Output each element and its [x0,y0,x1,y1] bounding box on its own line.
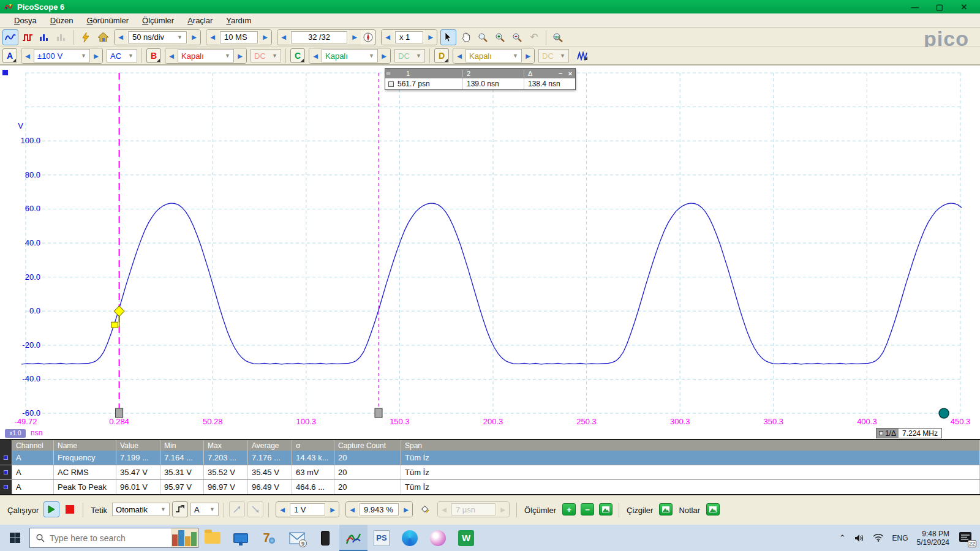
language-indicator[interactable]: ENG [892,534,908,542]
zoom-value-box[interactable]: x 1 [395,31,423,43]
meas-header-0[interactable]: Channel [12,440,54,451]
taskbar-7zip-icon[interactable]: 7 [255,525,283,551]
taskbar-picoscope-icon[interactable] [339,525,368,551]
persistence-view-icon[interactable] [20,29,36,45]
minimize-icon[interactable]: — [903,1,927,12]
meas-header-1[interactable]: Name [54,440,116,451]
channel-b-range-select[interactable]: Kapalı▼ [178,49,234,62]
zoom-in-icon[interactable] [492,29,508,45]
samples-next-icon[interactable]: ▶ [259,30,271,45]
advanced-trigger-icon[interactable] [172,501,188,517]
ruler-handle-checkbox[interactable] [388,81,394,87]
menu-item-1[interactable]: Düzen [43,15,80,26]
timebase-select[interactable]: 50 ns/div ▼ [128,31,187,43]
taskbar-clock[interactable]: 9:48 PM 5/19/2024 [917,530,949,547]
maximize-icon[interactable]: ▢ [927,1,952,12]
channel-a-button[interactable]: A [2,48,17,63]
tray-chevron-icon[interactable]: ⌃ [839,533,846,542]
wifi-icon[interactable] [873,534,884,542]
measurement-row-2[interactable]: APeak To Peak96.01 V95.97 V96.97 V96.49 … [0,480,980,495]
zoom-prev-icon[interactable]: ◀ [382,30,394,45]
buffer-next-icon[interactable]: ▶ [349,30,361,45]
meas-header-6[interactable]: σ [292,440,334,451]
trigger-mode-select[interactable]: Otomatik▼ [112,503,170,516]
channel-b-range-prev-icon[interactable]: ◀ [165,48,178,63]
meas-header-4[interactable]: Max [204,440,248,451]
taskbar-mail-icon[interactable]: 9 [283,525,311,551]
menu-item-2[interactable]: Görünümler [80,15,135,26]
taskbar-paintnet-icon[interactable]: PS [368,525,396,551]
scope-view-icon[interactable] [2,29,18,45]
trigger-level-up-icon[interactable]: ▶ [326,502,339,517]
stop-capture-button[interactable] [62,501,78,517]
trigger-flag[interactable] [111,322,118,328]
taskbar-edge-icon[interactable] [396,525,424,551]
menu-item-5[interactable]: Yardım [219,15,258,26]
add-measurement-button[interactable]: + [562,503,576,515]
pan-tool-icon[interactable] [458,29,473,45]
zoom-100-icon[interactable]: 100 [550,29,566,45]
search-input[interactable] [50,533,148,543]
edit-measurement-button[interactable] [599,503,612,515]
menu-item-0[interactable]: Dosya [7,15,43,26]
taskbar-file-explorer-icon[interactable] [198,525,227,551]
home-icon[interactable] [95,29,111,45]
auto-setup-icon[interactable] [78,29,94,45]
menu-item-4[interactable]: Araçlar [181,15,219,26]
remove-measurement-button[interactable]: − [581,503,594,515]
meas-header-3[interactable]: Min [160,440,204,451]
start-button[interactable] [0,525,29,551]
freq-box-checkbox[interactable] [879,431,883,435]
ruler-panel-minimize-icon[interactable]: − [556,70,565,77]
capture-end-marker[interactable] [939,408,949,418]
taskbar-display-icon[interactable] [227,525,255,551]
close-icon[interactable]: ✕ [952,1,976,12]
meas-header-2[interactable]: Value [116,440,160,451]
spectrum-view-icon[interactable] [37,29,53,45]
buffer-prev-icon[interactable]: ◀ [277,30,290,45]
channel-b-button[interactable]: B [146,48,161,63]
taskbar-phone-icon[interactable] [311,525,339,551]
channel-d-range-next-icon[interactable]: ▶ [522,48,534,63]
trigger-percent-box[interactable]: 9.943 % [360,503,399,515]
channel-a-range-select[interactable]: ±100 V▼ [34,49,90,62]
ruler-panel-close-icon[interactable]: × [565,70,575,77]
channel-d-range-prev-icon[interactable]: ◀ [453,48,466,63]
ruler-handle-1[interactable] [116,408,123,418]
volume-icon[interactable] [854,534,864,542]
taskbar-paint-icon[interactable] [424,525,452,551]
buffer-navigator-icon[interactable] [361,31,375,44]
measurement-row-0[interactable]: AFrequency7.199 ...7.164 ...7.203 ...7.1… [0,451,980,465]
trigger-marker-diamond[interactable] [114,306,124,317]
samples-select[interactable]: 10 MS [220,31,258,43]
marquee-zoom-icon[interactable] [475,29,491,45]
trigger-level-down-icon[interactable]: ◀ [276,502,288,517]
channel-c-button[interactable]: C [290,48,305,63]
channel-d-range-select[interactable]: Kapalı▼ [466,49,522,62]
measurement-row-1[interactable]: AAC RMS35.47 V35.31 V35.52 V35.45 V63 mV… [0,465,980,480]
timebase-next-icon[interactable]: ▶ [188,30,200,45]
awg-icon[interactable] [575,48,590,64]
rulers-button[interactable] [659,503,673,515]
zoom-out-icon[interactable] [509,29,525,45]
menu-item-3[interactable]: Ölçümler [135,15,181,26]
trigger-source-select[interactable]: A▼ [190,503,219,516]
ruler-handle-2[interactable] [375,408,382,418]
samples-prev-icon[interactable]: ◀ [206,30,219,45]
channel-c-range-select[interactable]: Kapalı▼ [322,49,378,62]
channel-c-range-prev-icon[interactable]: ◀ [309,48,322,63]
channel-d-button[interactable]: D [434,48,449,63]
channel-b-range-next-icon[interactable]: ▶ [234,48,246,63]
ruler-legend-panel[interactable]: 1 2 Δ − × 561.7 psn 139.0 nsn 138.4 ns [385,68,576,90]
notification-center-icon[interactable]: 22 [958,530,974,546]
buffer-value-box[interactable]: 32 /32 [291,31,347,43]
lock-icon[interactable] [385,69,391,76]
zoom-next-icon[interactable]: ▶ [424,30,437,45]
channel-a-range-next-icon[interactable]: ▶ [90,48,102,63]
trigger-marker-icon[interactable] [417,501,433,517]
search-highlight-image[interactable] [171,528,198,547]
taskbar-search[interactable] [29,528,198,548]
trigger-percent-down-icon[interactable]: ◀ [346,502,358,517]
taskbar-word-icon[interactable]: W [452,525,480,551]
pointer-tool-icon[interactable] [440,29,456,45]
